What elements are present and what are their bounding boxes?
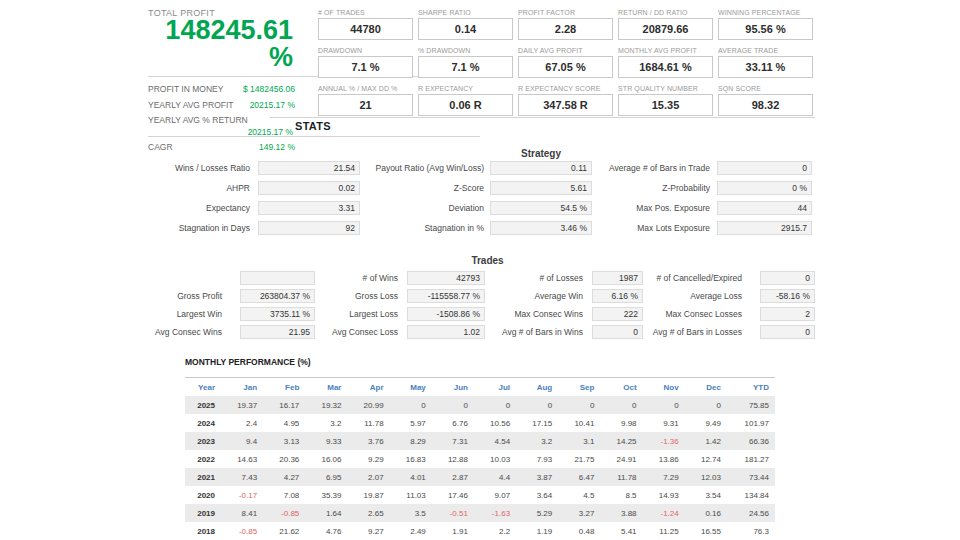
monthly-year-cell: 2025 bbox=[185, 396, 221, 414]
trade-stat-label: Largest Win bbox=[110, 307, 222, 321]
trade-stat-label: # of Wins bbox=[288, 271, 398, 285]
monthly-header-row: YearJanFebMarAprMayJunJulAugSepOctNovDec… bbox=[185, 378, 775, 397]
stat-value-box: 98.32 bbox=[718, 94, 813, 116]
trade-stat-label: Max Consec Wins bbox=[478, 307, 583, 321]
monthly-value-cell: 3.64 bbox=[516, 486, 558, 504]
monthly-value-cell: 19.32 bbox=[305, 396, 347, 414]
stat-value-box: 347.58 R bbox=[518, 94, 613, 116]
strategy-stat-label: Z-Probability bbox=[558, 181, 710, 195]
trade-stat-value-box: 42793 bbox=[407, 271, 485, 285]
monthly-row: 2018-0.8521.624.769.272.491.912.21.190.4… bbox=[185, 522, 775, 540]
monthly-year-cell: 2023 bbox=[185, 432, 221, 450]
monthly-value-cell: 181.27 bbox=[727, 450, 775, 468]
monthly-value-cell: 9.07 bbox=[474, 486, 516, 504]
monthly-value-cell: 14.63 bbox=[221, 450, 263, 468]
stat-label: AVERAGE TRADE bbox=[718, 46, 813, 56]
monthly-value-cell: -1.24 bbox=[643, 504, 685, 522]
monthly-value-cell: 4.54 bbox=[474, 432, 516, 450]
stat-value-box: 95.56 % bbox=[718, 18, 813, 40]
stat-cell: WINNING PERCENTAGE95.56 % bbox=[718, 8, 813, 40]
stat-value-box: 15.35 bbox=[618, 94, 713, 116]
stat-label: DRAWDOWN bbox=[318, 46, 413, 56]
monthly-value-cell: 0 bbox=[432, 396, 474, 414]
monthly-value-cell: 11.78 bbox=[347, 414, 389, 432]
monthly-value-cell: 21.75 bbox=[558, 450, 600, 468]
monthly-value-cell: 4.27 bbox=[263, 468, 305, 486]
monthly-value-cell: 0.16 bbox=[685, 504, 727, 522]
monthly-value-cell: 17.15 bbox=[516, 414, 558, 432]
total-profit-unit: % bbox=[148, 44, 293, 71]
stat-cell: R EXPECTANCY SCORE347.58 R bbox=[518, 84, 613, 116]
monthly-value-cell: 2.87 bbox=[432, 468, 474, 486]
monthly-value-cell: -0.17 bbox=[221, 486, 263, 504]
monthly-value-cell: 3.5 bbox=[390, 504, 432, 522]
monthly-value-cell: 35.39 bbox=[305, 486, 347, 504]
monthly-value-cell: 0 bbox=[390, 396, 432, 414]
monthly-col-header: May bbox=[390, 378, 432, 397]
stat-value-box: 33.11 % bbox=[718, 56, 813, 78]
monthly-value-cell: 3.76 bbox=[347, 432, 389, 450]
stat-label: MONTHLY AVG PROFIT bbox=[618, 46, 713, 56]
summary-row: CAGR 149.12 % bbox=[148, 142, 295, 152]
monthly-col-header: Sep bbox=[558, 378, 600, 397]
stat-value-box: 44780 bbox=[318, 18, 413, 40]
monthly-year-cell: 2018 bbox=[185, 522, 221, 540]
trades-section-title: Trades bbox=[440, 255, 535, 266]
monthly-row: 20242.44.953.211.785.976.7610.5617.1510.… bbox=[185, 414, 775, 432]
monthly-year-cell: 2022 bbox=[185, 450, 221, 468]
divider-above-cagr bbox=[148, 136, 480, 137]
monthly-value-cell: 2.07 bbox=[347, 468, 389, 486]
monthly-value-cell: 1.64 bbox=[305, 504, 347, 522]
strategy-stat-value-box: 0 % bbox=[717, 181, 812, 195]
monthly-value-cell: 10.03 bbox=[474, 450, 516, 468]
stat-cell: SQN SCORE98.32 bbox=[718, 84, 813, 116]
monthly-value-cell: 2.2 bbox=[474, 522, 516, 540]
monthly-value-cell: 2.4 bbox=[221, 414, 263, 432]
stat-cell: RETURN / DD RATIO20879.66 bbox=[618, 8, 713, 40]
monthly-value-cell: 10.41 bbox=[558, 414, 600, 432]
stat-value-box: 7.1 % bbox=[418, 56, 513, 78]
monthly-value-cell: 3.27 bbox=[558, 504, 600, 522]
trade-stat-label: Avg # of Bars in Losses bbox=[628, 325, 742, 339]
monthly-year-cell: 2021 bbox=[185, 468, 221, 486]
stat-label: % DRAWDOWN bbox=[418, 46, 513, 56]
trade-stat-label: Max Consec Losses bbox=[628, 307, 742, 321]
strategy-stat-label: Stagnation in % bbox=[330, 221, 484, 235]
monthly-value-cell: 21.62 bbox=[263, 522, 305, 540]
strategy-stat-label: AHPR bbox=[100, 181, 250, 195]
monthly-row: 20217.434.276.952.074.012.874.43.876.471… bbox=[185, 468, 775, 486]
monthly-value-cell: 9.4 bbox=[221, 432, 263, 450]
monthly-value-cell: 6.76 bbox=[432, 414, 474, 432]
monthly-value-cell: 11.25 bbox=[643, 522, 685, 540]
summary-row-label: PROFIT IN MONEY bbox=[148, 84, 223, 94]
stat-cell: MONTHLY AVG PROFIT1684.61 % bbox=[618, 46, 713, 78]
monthly-col-header: Mar bbox=[305, 378, 347, 397]
strategy-stat-label: Average # of Bars in Trade bbox=[558, 161, 710, 175]
stat-label: # OF TRADES bbox=[318, 8, 413, 18]
trade-stat-label: # of Cancelled/Expired bbox=[628, 271, 742, 285]
monthly-value-cell: 4.76 bbox=[305, 522, 347, 540]
monthly-value-cell: 16.06 bbox=[305, 450, 347, 468]
monthly-col-header: YTD bbox=[727, 378, 775, 397]
monthly-value-cell: -0.51 bbox=[432, 504, 474, 522]
total-profit-value: 148245.61 % bbox=[148, 17, 293, 71]
monthly-col-header: Jun bbox=[432, 378, 474, 397]
monthly-value-cell: 8.5 bbox=[600, 486, 642, 504]
trade-stat-label: Avg # of Bars in Wins bbox=[478, 325, 583, 339]
monthly-value-cell: 75.85 bbox=[727, 396, 775, 414]
monthly-col-header: Feb bbox=[263, 378, 305, 397]
monthly-col-header: Nov bbox=[643, 378, 685, 397]
monthly-value-cell: 73.44 bbox=[727, 468, 775, 486]
monthly-col-header: Jan bbox=[221, 378, 263, 397]
monthly-value-cell: 101.97 bbox=[727, 414, 775, 432]
trade-stat-value-box: -58.16 % bbox=[760, 289, 815, 303]
trade-stat-label: Gross Profit bbox=[110, 289, 222, 303]
summary-row-value: 149.12 % bbox=[259, 142, 295, 152]
monthly-col-header: Oct bbox=[600, 378, 642, 397]
summary-row-label: CAGR bbox=[148, 142, 173, 152]
stat-value-box: 2.28 bbox=[518, 18, 613, 40]
monthly-value-cell: 19.37 bbox=[221, 396, 263, 414]
trade-stat-label: Largest Loss bbox=[288, 307, 398, 321]
summary-row: YEARLY AVG PROFIT 20215.17 % bbox=[148, 100, 295, 110]
monthly-value-cell: 0 bbox=[643, 396, 685, 414]
